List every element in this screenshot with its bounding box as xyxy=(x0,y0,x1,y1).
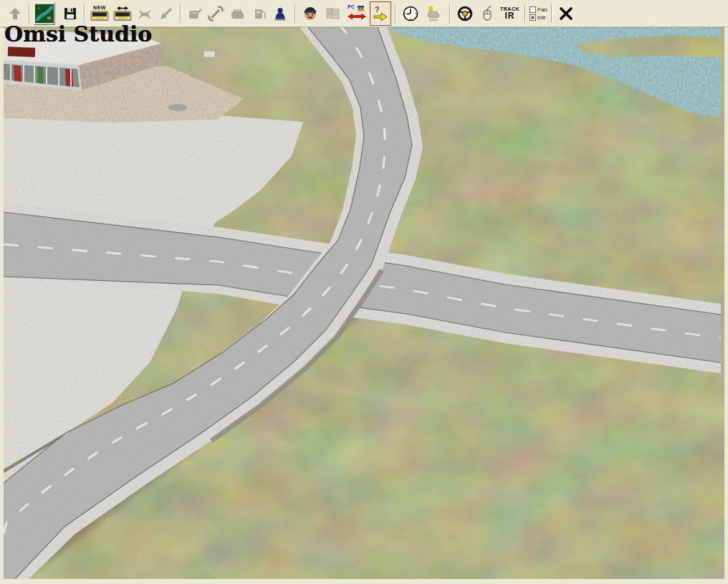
engine-icon xyxy=(229,6,246,21)
driver-face-icon xyxy=(301,5,320,22)
weather-button[interactable] xyxy=(423,1,446,26)
jerrycan-icon xyxy=(186,6,203,21)
police-figure-icon xyxy=(272,6,289,21)
roof-sign xyxy=(8,47,35,57)
fuel-pump-button[interactable] xyxy=(249,1,269,26)
question-arrow-button[interactable]: ? xyxy=(370,1,391,26)
exit-bus-button[interactable] xyxy=(156,1,176,26)
intr-checkbox[interactable]: ✕ xyxy=(530,14,536,21)
mouse-button[interactable] xyxy=(477,1,497,26)
toolbar-separator xyxy=(84,4,85,23)
up-arrow-button[interactable] xyxy=(5,1,25,26)
toolbar-separator xyxy=(395,4,396,23)
wrench-icon xyxy=(208,6,225,21)
timetable-button[interactable] xyxy=(322,1,344,26)
save-icon xyxy=(62,6,78,21)
toolbar-separator xyxy=(180,4,181,23)
repair-wrench-button[interactable] xyxy=(206,1,226,26)
main-toolbar: NEW xyxy=(0,0,728,27)
trackir-button[interactable]: TRACK IR xyxy=(499,1,521,26)
fan-checkbox[interactable] xyxy=(530,6,536,13)
storefront-poster-red xyxy=(14,65,21,82)
bus-stop-bench xyxy=(203,51,215,57)
exit-arrow-icon xyxy=(158,6,174,21)
new-bus-icon xyxy=(90,11,109,21)
clock-button[interactable] xyxy=(400,1,421,26)
question-arrow-icon: ? xyxy=(371,4,390,23)
steering-wheel-button[interactable] xyxy=(454,1,476,26)
toolbar-separator xyxy=(525,4,526,23)
checkbox-row-fan[interactable]: Fan xyxy=(530,6,547,13)
map-tile-button[interactable] xyxy=(34,2,55,25)
pc-label: PC xyxy=(348,4,355,9)
svg-text:?: ? xyxy=(375,5,380,14)
fuel-pump-icon xyxy=(252,6,267,21)
driver-button[interactable] xyxy=(300,1,321,26)
toolbar-separator xyxy=(449,4,451,23)
checkbox-row-intr[interactable]: ✕ Intr xyxy=(530,14,547,21)
new-bus-button[interactable]: NEW xyxy=(89,1,110,26)
mouse-icon xyxy=(479,4,495,22)
scene-canvas xyxy=(4,27,724,579)
pc-driver-swap-button[interactable]: PC xyxy=(345,1,368,26)
trackir-label-bottom: IR xyxy=(505,11,515,20)
ai-police-button[interactable] xyxy=(271,1,291,26)
remove-bus-icon xyxy=(136,6,153,21)
clock-icon xyxy=(401,4,420,23)
toolbar-checkbox-panel: Fan ✕ Intr xyxy=(530,3,547,24)
weather-icon xyxy=(424,4,444,23)
remove-bus-button[interactable] xyxy=(135,1,155,26)
close-button[interactable] xyxy=(556,1,576,26)
swap-arrows-icon xyxy=(117,6,128,11)
refuel-button[interactable] xyxy=(185,1,205,26)
storefront-poster-red2 xyxy=(65,69,73,87)
toolbar-separator xyxy=(294,4,296,23)
map-tile-icon xyxy=(34,4,54,24)
change-bus-button[interactable] xyxy=(112,1,133,26)
viewport-3d[interactable]: Omsi Studio xyxy=(4,27,724,579)
save-button[interactable] xyxy=(60,1,80,26)
engine-button[interactable] xyxy=(228,1,248,26)
up-arrow-icon xyxy=(7,6,23,21)
toolbar-separator xyxy=(551,4,552,23)
close-x-icon xyxy=(558,6,574,21)
storefront-poster-green xyxy=(37,67,44,84)
toolbar-separator xyxy=(29,4,30,23)
parked-vehicle xyxy=(168,104,187,111)
fan-checkbox-label: Fan xyxy=(537,6,547,13)
change-bus-icon xyxy=(113,11,132,21)
timetable-icon xyxy=(324,6,343,21)
new-bus-label: NEW xyxy=(93,5,106,10)
intr-checkbox-label: Intr xyxy=(537,14,546,21)
steering-wheel-icon xyxy=(456,5,474,22)
